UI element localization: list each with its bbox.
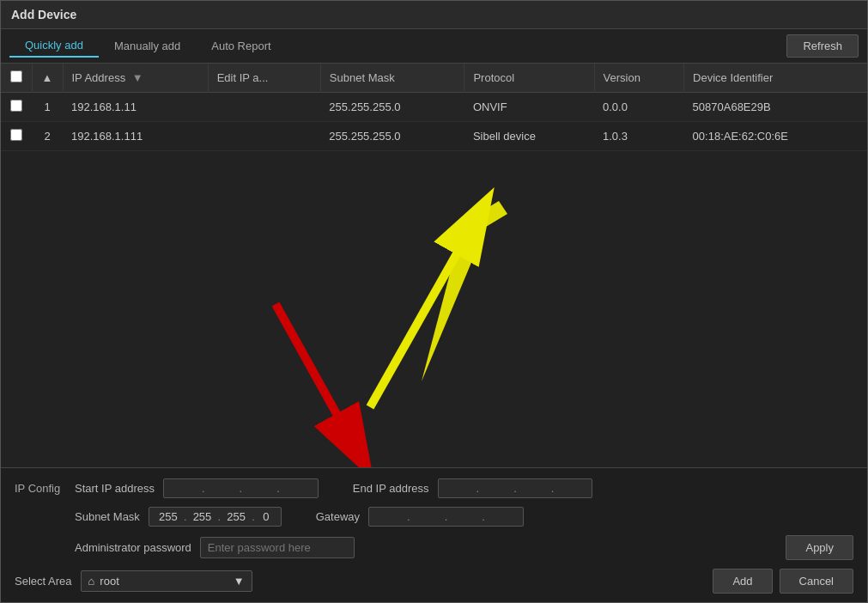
start-ip-input[interactable]: . . . xyxy=(163,478,319,498)
bottom-actions-row: Select Area ⌂ root ▼ Add Cancel xyxy=(15,569,853,594)
subnet-octet3[interactable] xyxy=(222,510,250,523)
ip-address-header: IP Address ▼ xyxy=(63,64,208,93)
row-version-1: 1.0.3 xyxy=(594,122,684,151)
area-value: root xyxy=(100,575,118,588)
sort-up-icon: ▲ xyxy=(42,71,53,84)
edit-ip-header: Edit IP a... xyxy=(208,64,320,93)
apply-button[interactable]: Apply xyxy=(786,535,853,560)
subnet-octet4[interactable] xyxy=(257,510,276,523)
chevron-down-icon: ▼ xyxy=(234,575,245,588)
row-num-0: 1 xyxy=(32,93,63,122)
gateway-octet4[interactable] xyxy=(487,510,518,523)
svg-line-1 xyxy=(370,210,482,407)
protocol-header: Protocol xyxy=(464,64,594,93)
row-checkbox-cell[interactable] xyxy=(1,122,32,151)
gateway-input[interactable]: . . . xyxy=(368,507,524,527)
subnet-mask-label: Subnet Mask xyxy=(75,510,140,523)
row-ip-0: 192.168.1.11 xyxy=(63,93,208,122)
row-subnet-1: 255.255.255.0 xyxy=(320,122,464,151)
add-button[interactable]: Add xyxy=(713,569,772,594)
row-num-1: 2 xyxy=(32,122,63,151)
row-protocol-1: Sibell device xyxy=(464,122,594,151)
select-all-checkbox[interactable] xyxy=(10,70,22,82)
subnet-gateway-row: Subnet Mask . . . Gateway . . . xyxy=(15,507,853,527)
gateway-octet2[interactable] xyxy=(412,510,443,523)
row-subnet-0: 255.255.255.0 xyxy=(320,93,464,122)
table-row[interactable]: 1 192.168.1.11 255.255.255.0 ONVIF 0.0.0… xyxy=(1,93,867,122)
row-checkbox-0[interactable] xyxy=(10,100,22,112)
home-icon: ⌂ xyxy=(88,575,95,588)
start-ip-label: Start IP address xyxy=(75,482,155,495)
admin-password-label: Administrator password xyxy=(75,541,191,554)
row-checkbox-1[interactable] xyxy=(10,129,22,141)
row-version-0: 0.0.0 xyxy=(594,93,684,122)
start-ip-octet4[interactable] xyxy=(282,482,313,495)
area-dropdown[interactable]: ⌂ root ▼ xyxy=(81,570,252,592)
row-device-id-1: 00:18:AE:62:C0:6E xyxy=(684,122,867,151)
admin-password-input[interactable] xyxy=(200,537,355,558)
sort-icon: ▼ xyxy=(132,71,143,84)
end-ip-octet1[interactable] xyxy=(444,482,475,495)
title-bar: Add Device xyxy=(1,1,867,29)
device-table: ▲ IP Address ▼ Edit IP a... Subnet Mask … xyxy=(1,64,867,151)
refresh-button[interactable]: Refresh xyxy=(786,34,859,58)
end-ip-label: End IP address xyxy=(353,482,429,495)
row-edit-ip-0 xyxy=(208,93,320,122)
sort-header[interactable]: ▲ xyxy=(32,64,63,93)
action-buttons: Add Cancel xyxy=(713,569,853,594)
start-ip-octet3[interactable] xyxy=(244,482,275,495)
row-checkbox-cell[interactable] xyxy=(1,93,32,122)
password-row: Administrator password Apply xyxy=(15,535,853,560)
ip-row: IP Config Start IP address . . . End IP … xyxy=(15,478,853,498)
tab-manually-add[interactable]: Manually add xyxy=(99,35,196,57)
version-header: Version xyxy=(594,64,684,93)
device-id-header: Device Identifier xyxy=(684,64,867,93)
svg-marker-0 xyxy=(422,201,507,381)
select-all-header[interactable] xyxy=(1,64,32,93)
start-ip-octet2[interactable] xyxy=(207,482,238,495)
tab-auto-report[interactable]: Auto Report xyxy=(196,35,286,57)
select-area-label: Select Area xyxy=(15,575,72,588)
row-protocol-0: ONVIF xyxy=(464,93,594,122)
cancel-button[interactable]: Cancel xyxy=(780,569,853,594)
gateway-label: Gateway xyxy=(316,510,360,523)
end-ip-input[interactable]: . . . xyxy=(438,478,593,498)
tabs-row: Quickly add Manually add Auto Report Ref… xyxy=(1,29,867,64)
row-ip-1: 192.168.1.111 xyxy=(63,122,208,151)
tab-quickly-add[interactable]: Quickly add xyxy=(9,34,99,58)
row-edit-ip-1 xyxy=(208,122,320,151)
table-row[interactable]: 2 192.168.1.111 255.255.255.0 Sibell dev… xyxy=(1,122,867,151)
ip-config-label: IP Config xyxy=(15,482,66,495)
end-ip-octet4[interactable] xyxy=(555,482,586,495)
start-ip-octet1[interactable] xyxy=(169,482,200,495)
ip-config-form: IP Config Start IP address . . . End IP … xyxy=(1,467,867,602)
dialog-title: Add Device xyxy=(11,8,76,21)
row-device-id-0: 50870A68E29B xyxy=(684,93,867,122)
device-table-area: ▲ IP Address ▼ Edit IP a... Subnet Mask … xyxy=(1,64,867,467)
subnet-mask-header: Subnet Mask xyxy=(320,64,464,93)
subnet-octet2[interactable] xyxy=(189,510,216,523)
end-ip-octet3[interactable] xyxy=(519,482,549,495)
svg-line-2 xyxy=(276,304,361,459)
subnet-mask-input[interactable]: . . . xyxy=(149,507,282,527)
end-ip-octet2[interactable] xyxy=(481,482,512,495)
gateway-octet1[interactable] xyxy=(374,510,405,523)
subnet-octet1[interactable] xyxy=(155,510,182,523)
gateway-octet3[interactable] xyxy=(449,510,480,523)
